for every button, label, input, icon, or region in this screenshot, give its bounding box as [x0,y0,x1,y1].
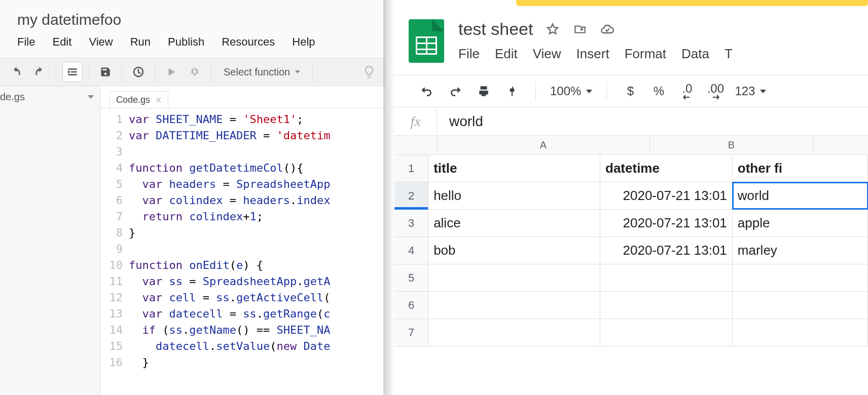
row-header[interactable]: 3 [394,210,428,236]
separator [56,63,56,81]
sheets-menu-format[interactable]: Format [625,46,666,62]
row-header[interactable]: 7 [394,319,428,346]
cell[interactable] [733,264,868,291]
chevron-down-icon [760,90,766,93]
info-bar [516,0,868,6]
table-row: 2hello2020-07-21 13:01world [394,182,868,210]
sheets-menu-edit[interactable]: Edit [495,46,518,62]
code-text[interactable]: var SHEET_NAME = 'Sheet1';var DATETIME_H… [129,111,385,371]
redo-button[interactable] [446,82,464,100]
menu-view[interactable]: View [89,35,113,49]
menu-publish[interactable]: Publish [168,35,204,49]
hint-bulb-icon[interactable] [359,62,379,82]
line-gutter: 12345678910111213141516 [100,111,129,371]
column-headers: A B [394,136,868,155]
select-all-corner[interactable] [394,136,437,154]
file-sidebar: de.gs [0,86,100,395]
run-button[interactable] [161,62,182,82]
row-header[interactable]: 2 [394,182,428,209]
row-header[interactable]: 1 [394,155,428,182]
sheets-menu-data[interactable]: Data [681,46,709,62]
zoom-value: 100% [550,84,581,98]
formula-input[interactable]: world [437,113,868,130]
menu-run[interactable]: Run [130,35,151,49]
star-icon[interactable] [545,22,560,37]
percent-button[interactable]: % [649,82,668,100]
sheets-menu-truncated[interactable]: T [725,46,733,62]
cell[interactable] [428,319,600,346]
decrease-decimal-button[interactable]: .0 [678,82,696,100]
code-tab[interactable]: Code.gs ✕ [110,91,168,108]
separator [312,63,313,81]
file-item[interactable]: de.gs [0,86,100,108]
row-header[interactable]: 5 [394,264,428,291]
zoom-selector[interactable]: 100% [550,84,592,98]
debug-button[interactable] [185,62,205,82]
column-header-b[interactable]: B [650,136,813,154]
menu-help[interactable]: Help [292,35,315,49]
fx-icon[interactable]: fx [394,107,437,136]
cell[interactable]: 2020-07-21 13:01 [600,182,733,209]
table-row: 1titledatetimeother fi [394,155,868,182]
separator [89,63,89,81]
cell[interactable] [733,292,868,319]
redo-button[interactable] [29,62,50,82]
table-row: 7 [394,319,868,346]
indent-button[interactable] [62,62,83,82]
more-formats-button[interactable]: 123 [735,84,766,98]
cell[interactable]: datetime [600,155,733,182]
cell[interactable]: other fi [733,155,868,182]
undo-button[interactable] [418,82,436,100]
separator [211,63,211,81]
currency-button[interactable]: $ [621,82,639,100]
menu-file[interactable]: File [17,35,35,49]
close-icon[interactable]: ✕ [155,95,162,105]
code-area: Code.gs ✕ 12345678910111213141516 var SH… [100,86,385,395]
cell[interactable] [428,264,600,291]
cell[interactable]: apple [733,210,868,236]
chevron-down-icon [586,90,592,93]
menu-edit[interactable]: Edit [52,35,71,49]
table-row: 5 [394,264,868,292]
cell[interactable]: world [733,182,868,209]
cell[interactable]: bob [428,237,600,264]
formula-bar: fx world [394,107,868,136]
cell[interactable]: title [428,155,600,182]
separator [155,63,155,81]
increase-decimal-button[interactable]: .00 [706,82,725,100]
paint-format-button[interactable] [503,82,521,100]
tab-label: Code.gs [116,95,150,105]
sheets-menu-insert[interactable]: Insert [576,46,609,62]
cell[interactable]: hello [428,182,600,209]
move-icon[interactable] [572,22,588,37]
cell[interactable]: 2020-07-21 13:01 [600,237,733,264]
cell[interactable]: 2020-07-21 13:01 [600,210,733,236]
cloud-saved-icon[interactable] [600,22,615,37]
function-selector[interactable]: Select function [218,66,306,78]
undo-button[interactable] [6,62,26,82]
row-header[interactable]: 6 [394,292,428,319]
menu-resources[interactable]: Resources [222,35,275,49]
spreadsheet-title[interactable]: test sheet [458,19,533,39]
cell[interactable]: alice [428,210,600,236]
save-button[interactable] [95,62,116,82]
print-button[interactable] [475,82,493,100]
spreadsheet-grid[interactable]: A B 1titledatetimeother fi2hello2020-07-… [394,136,868,346]
triggers-button[interactable] [128,62,149,82]
caret-down-icon [88,95,94,99]
editor-toolbar: Select function [0,58,385,86]
cell[interactable] [428,292,600,319]
sheets-menu-view[interactable]: View [533,46,561,62]
code-scroll[interactable]: 12345678910111213141516 var SHEET_NAME =… [100,108,385,371]
sheets-menu-file[interactable]: File [458,46,480,62]
column-header-a[interactable]: A [437,136,650,154]
sheets-logo-icon[interactable] [409,19,444,63]
cell[interactable] [600,319,733,346]
project-title[interactable]: my datetimefoo [0,0,385,35]
separator [122,63,122,81]
cell[interactable]: marley [733,237,868,264]
cell[interactable] [733,319,868,346]
cell[interactable] [600,264,733,291]
cell[interactable] [600,292,733,319]
row-header[interactable]: 4 [394,237,428,264]
